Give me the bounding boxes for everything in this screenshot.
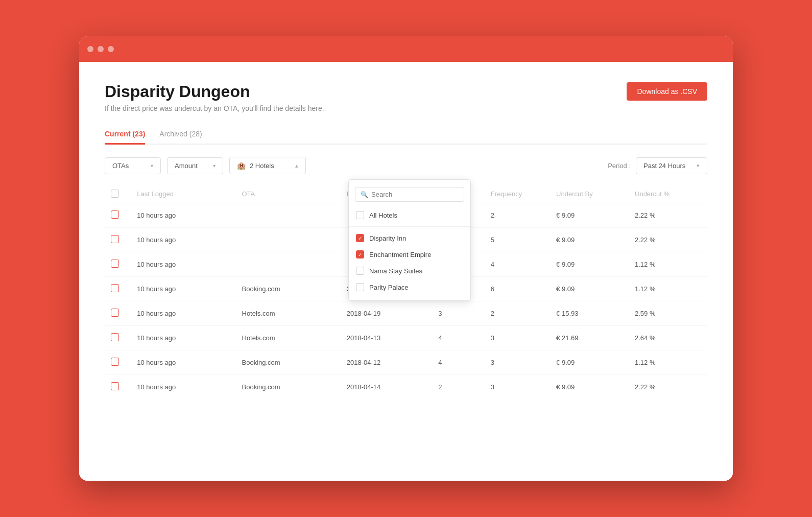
cell-los-5: 4 [432, 326, 485, 350]
hotels-filter-button[interactable]: 🏨 2 Hotels ▴ [229, 157, 306, 174]
row-checkbox-cell [105, 375, 131, 400]
col-header-ota: OTA [236, 184, 341, 203]
hotel-search-box: 🔍 [355, 187, 464, 202]
col-header-frequency: Frequency [485, 184, 550, 203]
cell-undercut-pct-1: 2.22 % [629, 228, 707, 252]
row-checkbox-0[interactable] [111, 210, 119, 219]
tab-current[interactable]: Current (23) [105, 125, 145, 145]
cell-ota-6: Booking.com [236, 350, 341, 375]
period-select-button[interactable]: Past 24 Hours ▾ [636, 157, 707, 174]
col-header-last-logged: Last Logged [131, 184, 235, 203]
search-icon: 🔍 [361, 191, 368, 198]
row-checkbox-4[interactable] [111, 309, 119, 317]
row-checkbox-cell [105, 326, 131, 350]
row-checkbox-6[interactable] [111, 358, 119, 366]
row-checkbox-5[interactable] [111, 333, 119, 341]
cell-frequency-5: 3 [485, 326, 550, 350]
otas-chevron-down-icon: ▾ [151, 163, 153, 169]
hotel-disparity-inn-checkbox[interactable]: ✓ [356, 234, 364, 242]
cell-date-6: 2018-04-12 [341, 350, 433, 375]
cell-logged-4: 10 hours ago [131, 301, 235, 326]
table-row: 10 hours ago Hotels.com 2018-04-13 4 3 €… [105, 326, 707, 350]
window-frame: Disparity Dungeon If the direct price wa… [79, 36, 733, 481]
hotel-option-parity-palace[interactable]: Parity Palace [349, 279, 470, 295]
otas-filter-button[interactable]: OTAs ▾ [105, 157, 161, 174]
cell-undercut-pct-6: 1.12 % [629, 350, 707, 375]
hotel-enchantment-empire-checkbox[interactable]: ✓ [356, 250, 364, 258]
cell-ota-7: Booking.com [236, 375, 341, 400]
page-subtitle: If the direct price was undercut by an O… [105, 104, 324, 112]
cell-los-4: 3 [432, 301, 485, 326]
row-checkbox-cell [105, 277, 131, 301]
cell-logged-7: 10 hours ago [131, 375, 235, 400]
cell-ota-4: Hotels.com [236, 301, 341, 326]
download-button[interactable]: Download as .CSV [627, 82, 707, 101]
amount-chevron-down-icon: ▾ [213, 163, 216, 169]
amount-filter-button[interactable]: Amount ▾ [167, 157, 223, 174]
header-select-all-checkbox[interactable] [111, 190, 119, 198]
hotel-option-disparity-inn[interactable]: ✓ Disparity Inn [349, 230, 470, 246]
col-header-checkbox [105, 184, 131, 203]
hotel-parity-palace-checkbox[interactable] [356, 283, 364, 291]
cell-undercut-by-0: € 9.09 [550, 203, 629, 228]
row-checkbox-1[interactable] [111, 235, 119, 243]
hotel-all-label: All Hotels [369, 212, 397, 219]
row-checkbox-cell [105, 252, 131, 277]
row-checkbox-cell [105, 228, 131, 252]
col-header-undercut-by: Undercut By [550, 184, 629, 203]
hotel-icon: 🏨 [237, 161, 246, 170]
title-block: Disparity Dungeon If the direct price wa… [105, 82, 324, 112]
cell-undercut-pct-5: 2.64 % [629, 326, 707, 350]
row-checkbox-3[interactable] [111, 284, 119, 292]
cell-date-4: 2018-04-19 [341, 301, 433, 326]
cell-undercut-pct-4: 2.59 % [629, 301, 707, 326]
cell-undercut-pct-0: 2.22 % [629, 203, 707, 228]
hotel-nama-stay-checkbox[interactable] [356, 267, 364, 275]
chrome-dot-3 [108, 46, 114, 52]
cell-los-6: 4 [432, 350, 485, 375]
cell-logged-3: 10 hours ago [131, 277, 235, 301]
hotel-option-enchantment-empire[interactable]: ✓ Enchantment Empire [349, 246, 470, 263]
period-area: Period : Past 24 Hours ▾ [608, 157, 707, 174]
row-checkbox-cell [105, 301, 131, 326]
cell-logged-2: 10 hours ago [131, 252, 235, 277]
cell-undercut-pct-3: 1.12 % [629, 277, 707, 301]
hotels-dropdown: 🔍 All Hotels ✓ Disparity Inn ✓ Encha [348, 179, 471, 301]
cell-frequency-6: 3 [485, 350, 550, 375]
hotel-enchantment-empire-label: Enchantment Empire [369, 251, 431, 258]
dropdown-divider [349, 226, 470, 227]
cell-frequency-0: 2 [485, 203, 550, 228]
hotel-parity-palace-label: Parity Palace [369, 284, 409, 291]
cell-frequency-1: 5 [485, 228, 550, 252]
hotel-nama-stay-label: Nama Stay Suites [369, 267, 422, 275]
cell-undercut-by-2: € 9.09 [550, 252, 629, 277]
chrome-dot-1 [87, 46, 93, 52]
amount-filter: Amount ▾ [167, 157, 223, 174]
hotel-search-input[interactable] [371, 191, 459, 198]
row-checkbox-7[interactable] [111, 382, 119, 390]
cell-ota-0 [236, 203, 341, 228]
hotel-option-all[interactable]: All Hotels [349, 207, 470, 223]
cell-logged-0: 10 hours ago [131, 203, 235, 228]
cell-frequency-4: 2 [485, 301, 550, 326]
hotels-filter-container: 🏨 2 Hotels ▴ 🔍 All Hotels [229, 157, 306, 174]
hotel-all-checkbox[interactable] [356, 211, 364, 219]
cell-undercut-by-5: € 21.69 [550, 326, 629, 350]
cell-frequency-2: 4 [485, 252, 550, 277]
cell-date-5: 2018-04-13 [341, 326, 433, 350]
filters-row: OTAs ▾ Amount ▾ 🏨 2 Hotels ▴ [105, 157, 707, 174]
cell-undercut-by-6: € 9.09 [550, 350, 629, 375]
content-area: Disparity Dungeon If the direct price wa… [79, 62, 733, 481]
amount-filter-label: Amount [175, 162, 198, 170]
cell-undercut-by-4: € 15.93 [550, 301, 629, 326]
col-header-undercut-pct: Undercut % [629, 184, 707, 203]
table-row: 10 hours ago Booking.com 2018-04-14 2 3 … [105, 375, 707, 400]
cell-frequency-7: 3 [485, 375, 550, 400]
cell-logged-5: 10 hours ago [131, 326, 235, 350]
hotel-option-nama-stay[interactable]: Nama Stay Suites [349, 263, 470, 279]
cell-date-7: 2018-04-14 [341, 375, 433, 400]
row-checkbox-2[interactable] [111, 260, 119, 268]
tab-archived[interactable]: Archived (28) [159, 125, 202, 145]
cell-ota-1 [236, 228, 341, 252]
hotel-disparity-inn-label: Disparity Inn [369, 234, 406, 242]
